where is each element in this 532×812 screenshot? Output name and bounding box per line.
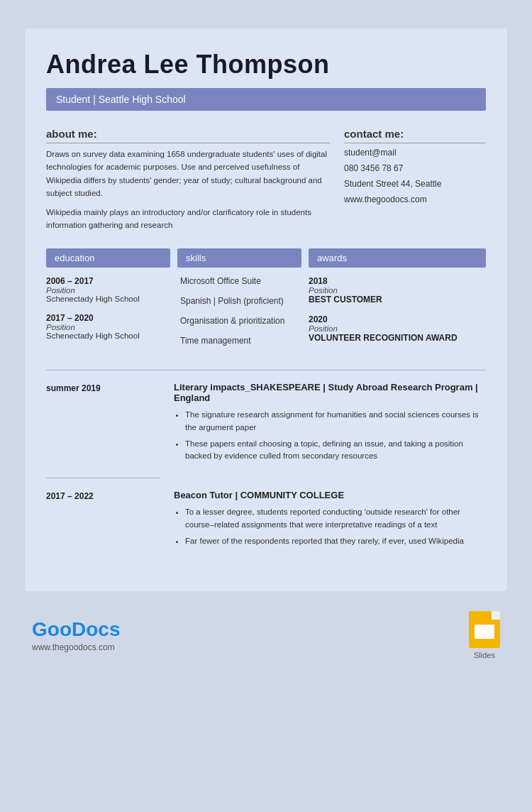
contact-title: contact me: [344,128,486,143]
subtitle-bar: Student | Seattle High School [46,88,486,111]
exp-bullet-2-1: To a lesser degree, students reported co… [185,506,486,531]
logo-d-char: D [72,618,86,640]
award-year-1: 2018 [309,276,486,286]
exp-bullets-2: To a lesser degree, students reported co… [174,506,486,547]
resume-card: Andrea Lee Thompson Student | Seattle Hi… [25,28,507,591]
contact-phone: 080 3456 78 67 [344,163,486,173]
about-section: about me: Draws on survey data examining… [46,128,330,231]
slides-label: Slides [474,651,495,659]
award-entry-1: 2018 Position BEST CUSTOMER [309,276,486,304]
exp-content-2: Beacon Tutor | COMMUNITY COLLEGE To a le… [174,490,486,552]
edu-school-2: Schenectady High School [46,331,170,340]
about-title: about me: [46,128,330,143]
slides-icon [469,611,500,648]
exp-bullet-1-2: These papers entail choosing a topic, de… [185,438,486,463]
experience-row-2: 2017 – 2022 Beacon Tutor | COMMUNITY COL… [46,490,486,552]
experience-row-1: summer 2019 Literary impacts_SHAKESPEARE… [46,382,486,466]
exp-title-2: Beacon Tutor | COMMUNITY COLLEGE [174,490,486,500]
logo: GooDocs [32,618,120,641]
slides-inner [475,625,494,639]
exp-year-1: summer 2019 [46,382,160,466]
contact-email: student@mail [344,148,486,158]
edu-entry-2: 2017 – 2020 Position Schenectady High Sc… [46,313,170,340]
divider-2 [46,478,160,478]
skill-1: Microsoft Office Suite [177,276,301,286]
contact-section: contact me: student@mail 080 3456 78 67 … [344,128,486,231]
exp-year-2: 2017 – 2022 [46,490,160,552]
edu-entry-1: 2006 – 2017 Position Schenectady High Sc… [46,276,170,303]
exp-title-1: Literary impacts_SHAKESPEARE | Study Abr… [174,382,486,403]
skills-col: skills Microsoft Office Suite Spanish | … [177,248,301,356]
edu-year-2: 2017 – 2020 [46,313,170,323]
about-para-1: Draws on survey data examining 1658 unde… [46,148,330,200]
award-year-2: 2020 [309,314,486,324]
skills-header: skills [177,248,301,268]
edu-year-1: 2006 – 2017 [46,276,170,286]
exp-content-1: Literary impacts_SHAKESPEARE | Study Abr… [174,382,486,466]
about-text: Draws on survey data examining 1658 unde… [46,148,330,231]
awards-header: awards [309,248,486,268]
award-entry-2: 2020 Position VOLUNTEER RECOGNITION AWAR… [309,314,486,343]
logo-ocs: ocs [86,618,120,640]
award-position-2: Position [309,324,486,333]
skill-3: Organisation & prioritization [177,316,301,326]
edu-skills-awards-row: education 2006 – 2017 Position Schenecta… [46,248,486,356]
award-name-1: BEST CUSTOMER [309,295,486,304]
slides-icon-area: Slides [469,611,500,659]
award-name-2: VOLUNTEER RECOGNITION AWARD [309,333,486,343]
about-para-2: Wikipedia mainly plays an introductory a… [46,206,330,232]
footer-website: www.thegoodocs.com [32,642,120,652]
divider-1 [46,370,486,371]
contact-website: www.thegoodocs.com [344,194,486,204]
skill-2: Spanish | Polish (proficient) [177,296,301,306]
awards-col: awards 2018 Position BEST CUSTOMER 2020 … [309,248,486,356]
contact-address: Student Street 44, Seattle [344,179,486,189]
edu-school-1: Schenectady High School [46,295,170,303]
footer: GooDocs www.thegoodocs.com Slides [25,611,507,659]
about-contact-row: about me: Draws on survey data examining… [46,128,486,231]
exp-bullet-2-2: Far fewer of the respondents reported th… [185,535,486,547]
edu-position-1: Position [46,286,170,295]
candidate-name: Andrea Lee Thompson [46,50,486,79]
logo-goo: Goo [32,618,72,640]
exp-bullet-1-1: The signature research assignment for hu… [185,409,486,434]
skill-4: Time management [177,336,301,346]
education-header: education [46,248,170,268]
education-col: education 2006 – 2017 Position Schenecta… [46,248,170,356]
award-position-1: Position [309,286,486,295]
exp-bullets-1: The signature research assignment for hu… [174,409,486,462]
footer-logo-area: GooDocs www.thegoodocs.com [32,618,120,652]
edu-position-2: Position [46,323,170,331]
